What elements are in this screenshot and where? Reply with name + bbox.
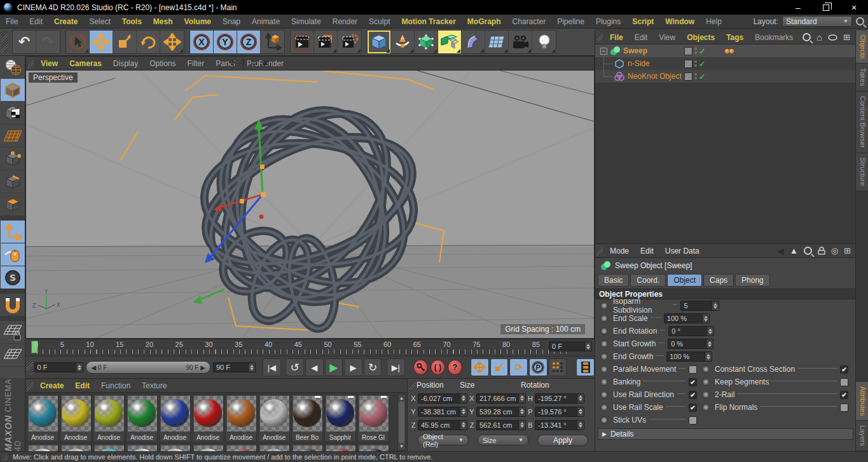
render-view-button[interactable]	[291, 31, 314, 53]
add-panel-icon[interactable]: ⊞	[843, 32, 850, 42]
tab-objects[interactable]: Objects	[856, 31, 868, 64]
spinner-icon[interactable]	[712, 301, 719, 310]
object-tags[interactable]	[726, 48, 734, 54]
mat-menu-edit[interactable]: Edit	[69, 381, 95, 390]
end-scale-field[interactable]: 100 %	[664, 313, 710, 323]
om-menu-tags[interactable]: Tags	[720, 33, 749, 42]
object-manager-grip[interactable]	[596, 32, 603, 43]
details-expander[interactable]: ▶ Details	[598, 428, 853, 440]
menu-character[interactable]: Character	[507, 17, 552, 26]
target-icon[interactable]: ◎	[831, 246, 838, 255]
lock-icon[interactable]	[818, 247, 825, 255]
z-axis-lock-button[interactable]: Z	[237, 31, 261, 53]
close-button[interactable]: ×	[840, 0, 868, 15]
material-tile[interactable]	[192, 444, 224, 451]
tab-object[interactable]: Object	[667, 274, 702, 287]
subdivision-surface-button[interactable]	[415, 31, 438, 53]
scale-tool-button[interactable]	[113, 31, 137, 53]
spinner-icon[interactable]	[577, 421, 584, 430]
material-tile[interactable]	[324, 444, 356, 451]
start-growth-field[interactable]: 0 %	[668, 339, 713, 349]
material-tile[interactable]	[357, 444, 389, 451]
material-tile[interactable]: Sapphir	[324, 394, 356, 442]
layer-chip[interactable]	[684, 60, 692, 68]
menu-select[interactable]: Select	[83, 17, 116, 26]
menu-edit[interactable]: Edit	[24, 17, 48, 26]
key-position-button[interactable]	[471, 358, 489, 376]
model-mode-button[interactable]	[1, 79, 25, 102]
object-row-sweep[interactable]: − Sweep ✓	[595, 44, 855, 57]
keyframe-circle-icon[interactable]	[600, 391, 608, 398]
material-tile[interactable]: Anodise	[126, 394, 158, 442]
enable-snap-button[interactable]: S	[1, 266, 25, 289]
menu-simulate[interactable]: Simulate	[286, 17, 327, 26]
render-settings-button[interactable]	[338, 31, 361, 53]
coordinate-system-button[interactable]	[261, 31, 284, 53]
apply-button[interactable]: Apply	[537, 435, 588, 446]
floor-environment-button[interactable]	[485, 31, 509, 53]
materials-scrollbar[interactable]: ▲▼	[397, 394, 406, 451]
last-used-tool-button[interactable]	[160, 31, 184, 53]
menu-render[interactable]: Render	[327, 17, 363, 26]
current-frame-field[interactable]: 0 F	[549, 341, 592, 351]
camera-label[interactable]: Perspective	[29, 72, 78, 83]
keyframe-circle-icon[interactable]	[600, 327, 608, 335]
keyframe-circle-icon[interactable]	[600, 416, 608, 424]
spinner-icon[interactable]	[577, 407, 584, 416]
make-editable-button[interactable]	[1, 56, 25, 79]
pan-view-icon[interactable]: ✥	[229, 58, 236, 67]
goto-start-button[interactable]: |◀	[263, 358, 281, 376]
rotation-b-field[interactable]: -13.341 °	[535, 420, 584, 430]
camera-button[interactable]	[509, 31, 532, 53]
edges-mode-button[interactable]	[1, 170, 25, 193]
range-start-field[interactable]: 0 F	[34, 362, 84, 372]
viewport-menu-display[interactable]: Display	[107, 59, 144, 68]
keyframe-circle-icon[interactable]	[600, 302, 608, 309]
two-rail-checkbox[interactable]: ✔	[840, 391, 848, 399]
eye-icon[interactable]	[828, 34, 837, 41]
keying-selection-button[interactable]	[549, 358, 567, 376]
material-tile[interactable]: Beer Bo	[291, 394, 323, 442]
mat-menu-texture[interactable]: Texture	[136, 381, 172, 390]
menu-plugins[interactable]: Plugins	[590, 17, 626, 26]
coords-grip[interactable]	[409, 381, 415, 390]
keyframe-circle-icon[interactable]	[600, 315, 608, 322]
texture-mode-button[interactable]	[1, 102, 25, 125]
material-tile[interactable]: Rose Gl	[357, 394, 389, 442]
zoom-view-icon[interactable]: ⇕	[240, 58, 247, 67]
material-tile[interactable]	[258, 444, 290, 451]
toggle-view-icon[interactable]: ▣	[261, 58, 269, 67]
workplane-button[interactable]	[1, 344, 25, 367]
generators-sweep-button[interactable]	[438, 31, 462, 53]
keyframe-circle-icon[interactable]	[702, 365, 710, 373]
spinner-icon[interactable]	[518, 394, 525, 403]
timeline-ruler[interactable]: 051015202530354045505560657075808590 0 F	[25, 339, 595, 356]
home-icon[interactable]: ⌂	[816, 32, 822, 43]
spinner-icon[interactable]	[460, 394, 467, 403]
material-tile[interactable]	[27, 444, 59, 451]
next-key-button[interactable]: ↻	[364, 358, 382, 376]
search-icon[interactable]	[856, 17, 864, 25]
preview-range-slider[interactable]: ◀ 0 F 90 F ▶	[86, 361, 210, 374]
size-y-field[interactable]: 539.28 cm	[476, 407, 526, 417]
keyframe-circle-icon[interactable]	[600, 365, 608, 373]
viewport-menu-filter[interactable]: Filter	[182, 59, 210, 68]
flip-normals-checkbox[interactable]	[840, 404, 848, 412]
tab-layers[interactable]: Layers	[856, 421, 868, 451]
range-end-field[interactable]: 90 F	[213, 362, 256, 372]
menu-volume[interactable]: Volume	[179, 17, 217, 26]
material-tile[interactable]	[60, 444, 92, 451]
end-growth-field[interactable]: 100 %	[666, 351, 712, 362]
use-rail-direction-checkbox[interactable]: ✔	[689, 391, 697, 399]
enabled-check-icon[interactable]: ✓	[699, 59, 706, 69]
render-picture-viewer-button[interactable]	[314, 31, 338, 53]
enabled-check-icon[interactable]: ✓	[699, 46, 706, 56]
previous-key-button[interactable]: ↺	[286, 358, 304, 376]
scroll-up-icon[interactable]: ▲	[399, 395, 404, 401]
live-selection-button[interactable]	[66, 31, 90, 53]
viewport-grip[interactable]	[27, 58, 34, 69]
size-mode-dropdown[interactable]: Size▼	[478, 435, 528, 445]
tab-structure[interactable]: Structure	[856, 153, 868, 191]
key-scale-button[interactable]	[490, 358, 509, 376]
move-tool-button[interactable]	[90, 31, 113, 53]
